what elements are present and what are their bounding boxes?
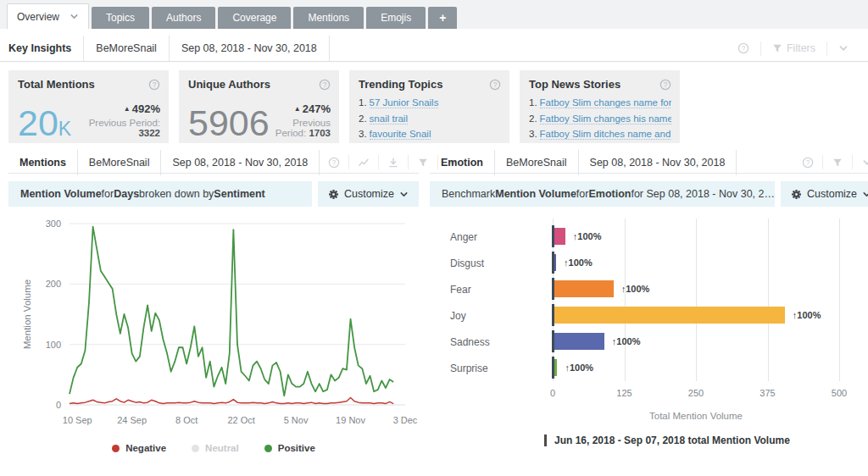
trending-topics-card: Trending Topics ? 1.57 Junior Snails2.sn… bbox=[349, 70, 509, 143]
subtitle-part: for Sep 08, 2018 - Nov 30, 2… bbox=[631, 188, 775, 200]
filters-button[interactable]: Filters bbox=[761, 42, 826, 54]
negative-line bbox=[70, 397, 393, 403]
mentions-panel: MentionsBeMoreSnailSep 08, 2018 - Nov 30… bbox=[8, 152, 419, 453]
tab-authors[interactable]: Authors bbox=[152, 7, 215, 29]
key-insights-title: Key Insights bbox=[8, 36, 83, 61]
bar-category-label: Disgust bbox=[430, 257, 553, 269]
bar-track: ↑100% bbox=[553, 329, 839, 355]
bar-axis-ticks: 0125250375500 bbox=[553, 388, 839, 401]
query-crumb[interactable]: BeMoreSnail bbox=[495, 152, 578, 173]
download-button[interactable] bbox=[379, 158, 408, 168]
tab-bar: OverviewTopicsAuthorsCoverageMentionsEmo… bbox=[0, 0, 868, 29]
emotion-bars: Anger↑100%Disgust↑100%Fear↑100%Joy↑100%S… bbox=[430, 224, 868, 381]
news-story-link[interactable]: Fatboy Slim changes name for ch... bbox=[540, 97, 671, 108]
fear-bar[interactable] bbox=[553, 280, 614, 297]
list-item: 2.snail trail bbox=[359, 111, 501, 127]
mentions-title: Mentions bbox=[8, 152, 77, 173]
subtitle-part: Mention Volume bbox=[20, 188, 102, 200]
svg-text:100: 100 bbox=[46, 340, 61, 350]
key-insights-crumbs: Key InsightsBeMoreSnailSep 08, 2018 - No… bbox=[8, 36, 330, 61]
bar-row-sadness: Sadness↑100% bbox=[430, 329, 868, 355]
chevron-down-icon[interactable] bbox=[70, 12, 79, 21]
tab-overview[interactable]: Overview bbox=[7, 3, 89, 29]
top-news-list: 1.Fatboy Slim changes name for ch...2.Fa… bbox=[529, 95, 671, 142]
date-range-crumb[interactable]: Sep 08, 2018 - Nov 30, 2018 bbox=[161, 152, 319, 173]
tab-emojis[interactable]: Emojis bbox=[366, 7, 426, 29]
legend-item-negative[interactable]: Negative bbox=[112, 443, 166, 453]
emotion-crumbs: EmotionBeMoreSnailSep 08, 2018 - Nov 30,… bbox=[430, 152, 737, 173]
bar-row-anger: Anger↑100% bbox=[430, 224, 868, 250]
gear-icon bbox=[328, 189, 339, 200]
tab-mentions[interactable]: Mentions bbox=[293, 7, 364, 29]
chart-panels: MentionsBeMoreSnailSep 08, 2018 - Nov 30… bbox=[8, 152, 860, 453]
help-icon[interactable]: ? bbox=[319, 79, 331, 91]
subtitle-part: Sentiment bbox=[214, 188, 264, 200]
toolbar-actions: ?Filters bbox=[726, 42, 860, 56]
news-story-link[interactable]: Fatboy Slim ditches name and wal... bbox=[540, 129, 671, 140]
bar-category-label: Joy bbox=[430, 310, 553, 322]
x-tick: 375 bbox=[760, 388, 775, 398]
emotion-panel: EmotionBeMoreSnailSep 08, 2018 - Nov 30,… bbox=[430, 152, 868, 453]
chart-legend: NegativeNeutralPositive bbox=[8, 443, 419, 453]
chevron-down-icon bbox=[399, 190, 409, 199]
sadness-bar[interactable] bbox=[553, 333, 604, 350]
total-mentions-value: 20K bbox=[18, 108, 71, 138]
bar-axis-label: Total Mention Volume bbox=[553, 411, 839, 421]
trending-topic-link[interactable]: favourite Snail bbox=[370, 129, 431, 140]
news-story-link[interactable]: Fatboy Slim changes his name - a... bbox=[540, 113, 671, 125]
benchmark-legend: Jun 16, 2018 - Sep 07, 2018 total Mentio… bbox=[544, 434, 868, 446]
date-range-crumb[interactable]: Sep 08, 2018 - Nov 30, 2018 bbox=[170, 36, 329, 61]
chevron-down-icon bbox=[862, 190, 868, 199]
help-button[interactable]: ? bbox=[726, 42, 760, 54]
emotion-title: Emotion bbox=[430, 152, 494, 173]
subtitle-part: Mention Volume bbox=[495, 188, 576, 200]
joy-bar[interactable] bbox=[553, 307, 785, 324]
query-crumb[interactable]: BeMoreSnail bbox=[78, 152, 161, 173]
list-item: 3.favourite Snail bbox=[359, 126, 501, 142]
legend-item-positive[interactable]: Positive bbox=[264, 443, 315, 453]
help-icon[interactable]: ? bbox=[489, 79, 501, 91]
help-button[interactable]: ? bbox=[793, 157, 822, 169]
tab-topics[interactable]: Topics bbox=[92, 7, 149, 29]
x-tick: 125 bbox=[616, 388, 632, 398]
up-triangle-icon: ▲ bbox=[124, 105, 131, 113]
date-range-crumb[interactable]: Sep 08, 2018 - Nov 30, 2018 bbox=[579, 152, 737, 173]
emotion-chart: Anger↑100%Disgust↑100%Fear↑100%Joy↑100%S… bbox=[430, 207, 868, 446]
help-icon[interactable]: ? bbox=[659, 79, 671, 91]
svg-text:0: 0 bbox=[56, 400, 61, 410]
filter-button[interactable] bbox=[823, 158, 852, 168]
subtitle-part: for bbox=[576, 188, 589, 200]
mentions-subtitle-strip: Mention Volume for Days broken down by S… bbox=[8, 181, 419, 207]
collapse-button[interactable] bbox=[827, 43, 860, 53]
help-button[interactable]: ? bbox=[320, 157, 348, 169]
chart-subtitle: Benchmark Mention Volume for Emotion for… bbox=[430, 181, 775, 207]
svg-text:5 Nov: 5 Nov bbox=[284, 415, 309, 425]
svg-text:19 Nov: 19 Nov bbox=[336, 415, 365, 425]
help-icon[interactable]: ? bbox=[148, 79, 160, 91]
separator bbox=[736, 150, 737, 175]
trending-topics-list: 1.57 Junior Snails2.snail trail3.favouri… bbox=[359, 95, 501, 142]
emotion-panel-actions: ? bbox=[793, 155, 868, 169]
trending-topic-link[interactable]: snail trail bbox=[370, 113, 408, 125]
filters-label: Filters bbox=[787, 42, 815, 54]
chart-subtitle: Mention Volume for Days broken down by S… bbox=[8, 181, 312, 207]
list-item: 3.Fatboy Slim ditches name and wal... bbox=[529, 126, 671, 142]
query-crumb[interactable]: BeMoreSnail bbox=[84, 36, 169, 61]
anger-bar[interactable] bbox=[553, 228, 565, 245]
legend-item-neutral[interactable]: Neutral bbox=[192, 443, 239, 453]
y-axis-label: Mention Volume bbox=[22, 280, 32, 349]
customize-button[interactable]: Customize bbox=[318, 181, 419, 207]
trending-topic-link[interactable]: 57 Junior Snails bbox=[370, 97, 439, 108]
customize-button[interactable]: Customize bbox=[781, 181, 868, 207]
benchmark-tick bbox=[552, 252, 554, 274]
svg-text:?: ? bbox=[664, 80, 668, 88]
tab-add[interactable]: + bbox=[428, 7, 457, 29]
tab-coverage[interactable]: Coverage bbox=[218, 7, 291, 29]
positive-line bbox=[70, 227, 393, 396]
chevron-down-button[interactable] bbox=[853, 158, 868, 168]
list-index: 2. bbox=[529, 113, 537, 124]
x-tick: 500 bbox=[832, 388, 847, 398]
legend-dot bbox=[264, 445, 272, 452]
bar-category-label: Anger bbox=[430, 231, 553, 243]
line-chart-button[interactable] bbox=[349, 158, 378, 168]
